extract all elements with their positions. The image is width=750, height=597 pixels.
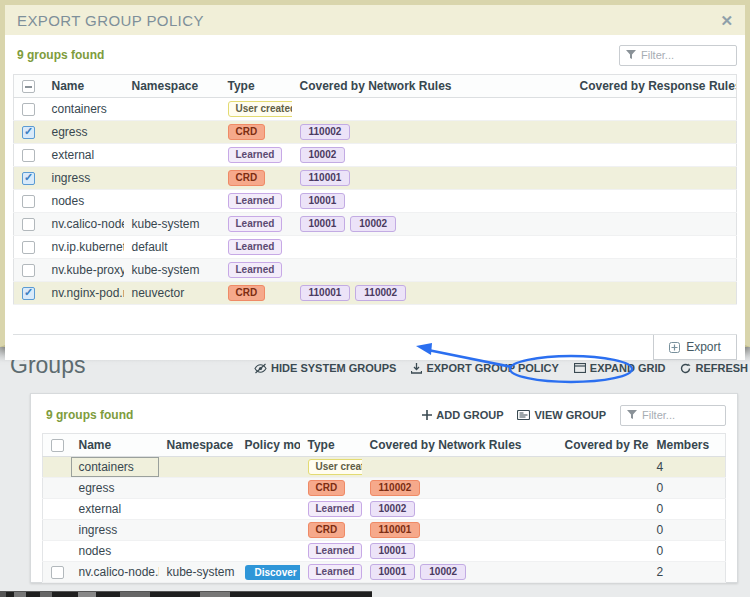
groups-filter-input[interactable] [642, 409, 722, 421]
row-checkbox[interactable] [51, 566, 64, 579]
groups-table: Name Namespace Policy mode Type Covered … [42, 433, 726, 583]
modal-body: 9 groups found Name Namespace Type Cover… [5, 35, 745, 360]
row-checkbox[interactable] [22, 149, 35, 162]
col-header-response-rules[interactable]: Covered by Response R... [557, 434, 649, 457]
col-header-response-rules[interactable]: Covered by Response Rules [572, 75, 737, 98]
close-icon[interactable]: ✕ [720, 13, 733, 28]
type-badge: Learned [228, 147, 283, 163]
refresh-button[interactable]: REFRESH [680, 362, 748, 374]
members-cell: 2 [649, 562, 726, 583]
table-row[interactable]: external Learned 10002 0 [43, 499, 726, 520]
col-header-namespace[interactable]: Namespace [159, 434, 237, 457]
rule-badge: 10001 [370, 543, 416, 559]
row-checkbox[interactable] [22, 287, 35, 300]
type-badge: Learned [228, 193, 283, 209]
table-row[interactable]: ingress CRD 110001 [14, 167, 737, 190]
modal-filter-input[interactable] [641, 49, 721, 61]
rule-badge: 110001 [300, 170, 351, 186]
rule-badge: 10002 [300, 147, 346, 163]
members-cell: 0 [649, 499, 726, 520]
modal-title: EXPORT GROUP POLICY [17, 12, 204, 29]
table-row[interactable]: containers User created [14, 98, 737, 121]
row-checkbox[interactable] [22, 195, 35, 208]
rule-badge: 110001 [300, 285, 351, 301]
type-badge: User created [308, 459, 362, 475]
type-badge: Learned [228, 262, 283, 278]
col-header-network-rules[interactable]: Covered by Network Rules [292, 75, 572, 98]
table-row[interactable]: ingress CRD 110001 0 [43, 520, 726, 541]
rule-badge: 10002 [420, 564, 466, 580]
rule-badge: 10001 [300, 193, 346, 209]
filter-funnel-icon [627, 410, 637, 420]
table-row[interactable]: nv.nginx-pod.neuvneuvector CRD 110001110… [14, 282, 737, 305]
col-header-type[interactable]: Type [300, 434, 362, 457]
type-badge: Learned [308, 501, 362, 517]
col-header-name[interactable]: Name [44, 75, 124, 98]
col-header-network-rules[interactable]: Covered by Network Rules [362, 434, 557, 457]
col-header-type[interactable]: Type [220, 75, 292, 98]
col-header-members[interactable]: Members [649, 434, 726, 457]
hide-system-groups-button[interactable]: HIDE SYSTEM GROUPS [254, 362, 396, 374]
groups-found-count: 9 groups found [13, 48, 104, 62]
type-badge: User created [228, 101, 292, 117]
view-group-icon [517, 410, 530, 420]
type-badge: CRD [228, 124, 266, 140]
table-row[interactable]: nv.ip.kubernetes.ddefault Learned [14, 236, 737, 259]
rule-badge: 110002 [300, 124, 351, 140]
select-all-checkbox[interactable] [51, 439, 64, 452]
modal-header: EXPORT GROUP POLICY ✕ [5, 5, 745, 35]
modal-filter-box[interactable] [619, 45, 737, 66]
col-header-policy-mode[interactable]: Policy mode [237, 434, 300, 457]
table-row[interactable]: nv.calico-node.kubkube-system Learned 10… [14, 213, 737, 236]
type-badge: Learned [308, 564, 362, 580]
table-row[interactable]: nodes Learned 10001 0 [43, 541, 726, 562]
members-cell: 0 [649, 478, 726, 499]
row-checkbox[interactable] [22, 218, 35, 231]
table-row[interactable]: containers User created 4 [43, 457, 726, 478]
export-group-policy-modal: EXPORT GROUP POLICY ✕ 9 groups found Nam… [0, 0, 750, 347]
members-cell: 0 [649, 520, 726, 541]
rule-badge: 110002 [370, 480, 421, 496]
export-icon [669, 342, 680, 353]
row-checkbox[interactable] [22, 264, 35, 277]
table-row[interactable]: external Learned 10002 [14, 144, 737, 167]
groups-filter-box[interactable] [620, 405, 726, 426]
table-row[interactable]: egress CRD 110002 0 [43, 478, 726, 499]
table-row[interactable]: nodes Learned 10001 [14, 190, 737, 213]
expand-grid-button[interactable]: EXPAND GRID [574, 362, 666, 374]
eye-off-icon [254, 363, 267, 374]
rule-badge: 10002 [370, 501, 416, 517]
row-checkbox[interactable] [22, 172, 35, 185]
table-row[interactable]: egress CRD 110002 [14, 121, 737, 144]
rule-badge: 10001 [370, 564, 416, 580]
export-button[interactable]: Export [653, 335, 737, 360]
select-all-checkbox[interactable] [22, 80, 35, 93]
view-group-button[interactable]: VIEW GROUP [517, 409, 606, 421]
members-cell: 4 [649, 457, 726, 478]
type-badge: Learned [228, 216, 283, 232]
groups-toolbar: HIDE SYSTEM GROUPS EXPORT GROUP POLICY E… [254, 362, 748, 374]
type-badge: CRD [228, 285, 266, 301]
download-icon [411, 363, 422, 374]
row-checkbox[interactable] [22, 241, 35, 254]
groups-page: Groups HIDE SYSTEM GROUPS EXPORT GROUP P… [0, 347, 750, 597]
type-badge: CRD [228, 170, 266, 186]
expand-grid-icon [574, 363, 586, 373]
type-badge: Learned [228, 239, 283, 255]
col-header-namespace[interactable]: Namespace [124, 75, 220, 98]
add-group-button[interactable]: ADD GROUP [422, 409, 503, 421]
filter-funnel-icon [626, 50, 636, 60]
row-checkbox[interactable] [22, 126, 35, 139]
export-group-policy-button[interactable]: EXPORT GROUP POLICY [411, 362, 558, 374]
groups-card: 9 groups found ADD GROUP VIEW GROUP [30, 393, 738, 583]
table-row[interactable]: nv.calico-node.kube-sys kube-system Disc… [43, 562, 726, 583]
table-row[interactable]: nv.kube-proxy.kubkube-system Learned [14, 259, 737, 282]
row-checkbox[interactable] [22, 103, 35, 116]
refresh-icon [680, 363, 691, 374]
rule-badge: 110001 [370, 522, 421, 538]
rule-badge: 10001 [300, 216, 346, 232]
rule-badge: 10002 [350, 216, 396, 232]
discover-badge: Discover [245, 565, 300, 580]
col-header-name[interactable]: Name [71, 434, 159, 457]
type-badge: CRD [308, 480, 346, 496]
